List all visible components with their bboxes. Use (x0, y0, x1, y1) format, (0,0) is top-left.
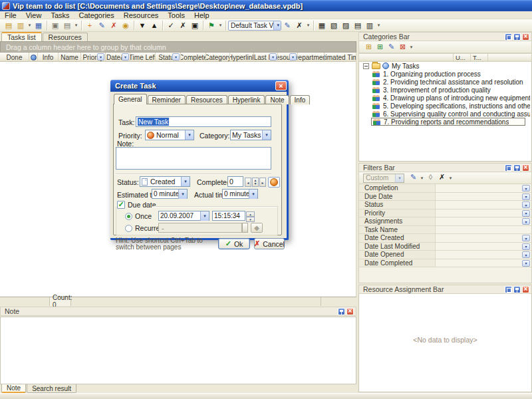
view-task-icon[interactable]: ◉ (120, 20, 132, 31)
grid-column-header[interactable]: Hyperlink (230, 53, 254, 62)
move-up-icon[interactable]: ▲ (148, 20, 160, 31)
spinner-buttons[interactable]: ▴▾ (252, 178, 259, 187)
recurrence-browse-button[interactable]: … (242, 223, 248, 233)
category-item[interactable]: 5. Developing specifications, instructio… (371, 102, 531, 110)
document-tab[interactable]: Tasks list (1, 32, 42, 41)
note-panel-content[interactable] (0, 317, 356, 384)
print-preview-icon[interactable]: ▤ (61, 20, 73, 31)
column-filter-button[interactable] (269, 53, 277, 61)
menu-item[interactable]: Tasks (46, 11, 74, 19)
menu-item[interactable]: File (0, 11, 21, 19)
delete-category-icon[interactable]: ⊠ (397, 42, 408, 52)
pin-button[interactable] (513, 33, 521, 41)
report-table-icon[interactable]: ▨ (340, 20, 352, 31)
dialog-tab[interactable]: Hyperlink (228, 95, 265, 104)
uncomplete-task-icon[interactable]: ✗ (177, 20, 189, 31)
column-filter-button[interactable] (172, 53, 180, 61)
filter-dropdown-button[interactable] (522, 243, 530, 250)
menu-item[interactable]: View (21, 11, 47, 19)
menu-item[interactable]: Categories (74, 11, 119, 19)
bottom-tab[interactable]: Note (1, 384, 26, 393)
filter-value[interactable] (436, 217, 531, 225)
tree-root-my-tasks[interactable]: My Tasks (359, 62, 531, 70)
grid-column-header[interactable]: Date&T (106, 53, 130, 62)
column-filter-button[interactable] (97, 53, 104, 61)
filter-dropdown-button[interactable] (522, 218, 530, 225)
report-chart-icon[interactable]: ▧ (328, 20, 340, 31)
delete-task-icon[interactable]: ✗ (108, 20, 120, 31)
grid-column-header[interactable]: Status (156, 53, 181, 62)
note-textarea[interactable] (116, 147, 271, 170)
edit-filter-icon[interactable]: ✎ (408, 172, 419, 182)
grid-column-header[interactable]: Done (0, 53, 29, 62)
maximize-button[interactable] (505, 33, 512, 41)
grid-column-header[interactable]: Name (59, 53, 81, 62)
due-date-picker[interactable]: 20.09.2007 (158, 211, 209, 221)
collapse-icon[interactable] (363, 63, 369, 69)
once-radio[interactable] (125, 213, 132, 220)
filter-value[interactable] (436, 234, 531, 242)
category-combo[interactable]: My Tasks (230, 130, 271, 140)
open-database-icon[interactable]: ▥ (15, 20, 27, 31)
dialog-tab[interactable]: Info (290, 95, 311, 104)
go-flag-icon[interactable]: ⚑ (205, 20, 217, 31)
print-icon[interactable]: ▣ (49, 20, 61, 31)
increment-button[interactable]: ▸ (259, 178, 266, 187)
filter-dropdown-button[interactable] (522, 185, 530, 192)
grid-column-header[interactable]: Complete (181, 53, 206, 62)
close-button[interactable] (522, 164, 529, 172)
complete-task-icon[interactable]: ✓ (165, 20, 177, 31)
filter-dropdown-button[interactable] (522, 194, 530, 200)
column-header-u[interactable]: U... (454, 54, 471, 61)
move-down-icon[interactable]: ▼ (136, 20, 148, 31)
close-button[interactable] (346, 308, 354, 315)
task-view-combo[interactable]: Default Task V (228, 21, 281, 31)
column-filter-button[interactable] (122, 53, 129, 61)
column-filter-button[interactable] (289, 53, 297, 61)
menu-item[interactable]: Resources (119, 11, 164, 19)
apply-view-icon[interactable]: ✎ (281, 20, 293, 31)
maximize-button[interactable] (505, 286, 512, 293)
erase-filter-icon[interactable]: ◊ (425, 172, 436, 182)
pin-button[interactable] (513, 286, 521, 293)
pin-button[interactable] (513, 164, 521, 172)
filter-value[interactable] (436, 193, 531, 201)
ok-button[interactable]: Ok (218, 238, 250, 249)
filter-value[interactable] (436, 184, 531, 192)
time-spinner[interactable]: ▴▾ (246, 211, 255, 221)
new-database-icon[interactable]: ▤ (3, 20, 15, 31)
dialog-tab[interactable]: Reminder (148, 95, 186, 104)
save-database-icon[interactable]: ▦ (33, 20, 45, 31)
group-by-bar[interactable]: Drag a column header here to group by th… (0, 41, 356, 53)
menu-item[interactable]: Help (190, 11, 214, 19)
new-subcategory-icon[interactable]: ⊞ (374, 42, 386, 52)
cancel-button[interactable]: Cancel (254, 238, 285, 249)
print-task-icon[interactable]: ▣ (189, 20, 201, 31)
export-icon[interactable]: ▤ (352, 20, 364, 31)
filter-dropdown-button[interactable] (522, 201, 530, 208)
complete-percent-button[interactable] (268, 177, 280, 188)
filter-value[interactable] (436, 243, 531, 251)
estimated-time-combo[interactable]: 0 minutes (152, 189, 188, 199)
recurrence-diamond-button[interactable] (251, 223, 263, 233)
dialog-tab[interactable]: General (114, 94, 147, 104)
category-item[interactable]: 7. Providing reports and recommendations (371, 118, 525, 126)
status-combo[interactable]: Created (140, 176, 190, 187)
filter-value[interactable] (436, 259, 531, 267)
filter-preset-combo[interactable]: Custom (363, 174, 404, 183)
filter-value[interactable] (436, 251, 531, 259)
new-task-icon[interactable]: + (84, 20, 96, 31)
category-item[interactable]: 6. Supervising quality control and condu… (371, 110, 531, 118)
grid-column-header[interactable]: itimated Tim (325, 53, 356, 62)
bottom-tab[interactable]: Search result (27, 384, 76, 393)
decrement-button[interactable]: ◂ (245, 178, 251, 187)
maximize-button[interactable] (505, 164, 512, 172)
edit-task-icon[interactable]: ✎ (96, 20, 108, 31)
recurrence-radio[interactable] (125, 225, 132, 232)
grid-column-header[interactable]: Info (38, 53, 59, 62)
document-tab[interactable]: Resources (43, 33, 88, 41)
close-button[interactable] (522, 286, 529, 293)
filter-value[interactable] (436, 226, 531, 234)
category-item[interactable]: 2. Providing technical assistance and re… (371, 78, 531, 86)
complete-input[interactable]: 0 (227, 176, 243, 187)
